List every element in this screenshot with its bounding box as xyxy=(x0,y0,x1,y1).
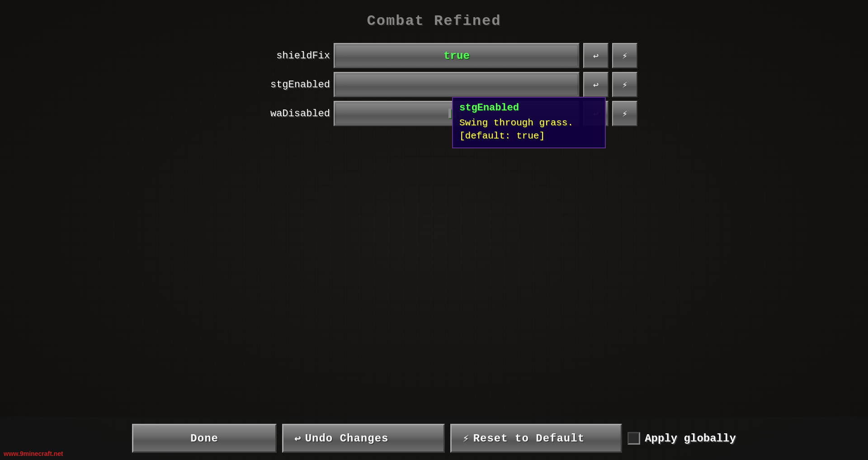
watermark: www.9minecraft.net xyxy=(4,450,63,457)
settings-area: shieldFix true ↩ ⚡ stgEnabled ↩ ⚡ stg xyxy=(0,43,868,126)
reset-btn-wadisabled[interactable]: ⚡ xyxy=(612,101,637,126)
undo-btn-shieldfix[interactable]: ↩ xyxy=(583,43,609,68)
setting-row-shieldfix: shieldFix true ↩ ⚡ xyxy=(231,43,637,68)
tooltip-desc: Swing through grass.[default: true] xyxy=(459,116,599,143)
reset-default-button[interactable]: ⚡ Reset to Default xyxy=(450,424,622,453)
reset-btn-shieldfix[interactable]: ⚡ xyxy=(612,43,637,68)
apply-globally-label: Apply globally xyxy=(645,432,736,445)
reset-default-icon: ⚡ xyxy=(462,432,469,445)
setting-value-btn-shieldfix[interactable]: true xyxy=(334,43,580,68)
undo-changes-button[interactable]: ↩ Undo Changes xyxy=(282,424,445,453)
setting-label-shieldfix: shieldFix xyxy=(231,50,330,62)
done-button[interactable]: Done xyxy=(132,424,277,453)
apply-globally-checkbox[interactable] xyxy=(627,432,640,445)
reset-default-label: Reset to Default xyxy=(473,432,585,445)
reset-icon-wadisabled: ⚡ xyxy=(622,108,627,119)
page-title: Combat Refined xyxy=(0,0,868,38)
tooltip-title: stgEnabled xyxy=(459,102,599,114)
apply-globally-wrap[interactable]: Apply globally xyxy=(627,432,736,445)
setting-value-shieldfix: true xyxy=(443,50,470,62)
reset-icon-stgenabled: ⚡ xyxy=(622,79,627,90)
undo-icon-shieldfix: ↩ xyxy=(593,50,599,62)
reset-btn-stgenabled[interactable]: ⚡ xyxy=(612,72,637,97)
setting-row-stgenabled: stgEnabled ↩ ⚡ xyxy=(231,72,637,97)
bottom-bar: Done ↩ Undo Changes ⚡ Reset to Default A… xyxy=(0,417,868,460)
undo-changes-label: Undo Changes xyxy=(305,432,389,445)
setting-label-wadisabled: waDisabled xyxy=(231,108,330,119)
undo-changes-icon: ↩ xyxy=(294,432,301,445)
undo-btn-stgenabled[interactable]: ↩ xyxy=(583,72,609,97)
reset-icon-shieldfix: ⚡ xyxy=(622,50,627,62)
tooltip-stgenabled: stgEnabled Swing through grass.[default:… xyxy=(452,97,606,148)
undo-icon-stgenabled: ↩ xyxy=(593,79,599,90)
setting-value-btn-stgenabled[interactable] xyxy=(334,72,580,97)
setting-label-stgenabled: stgEnabled xyxy=(231,79,330,90)
